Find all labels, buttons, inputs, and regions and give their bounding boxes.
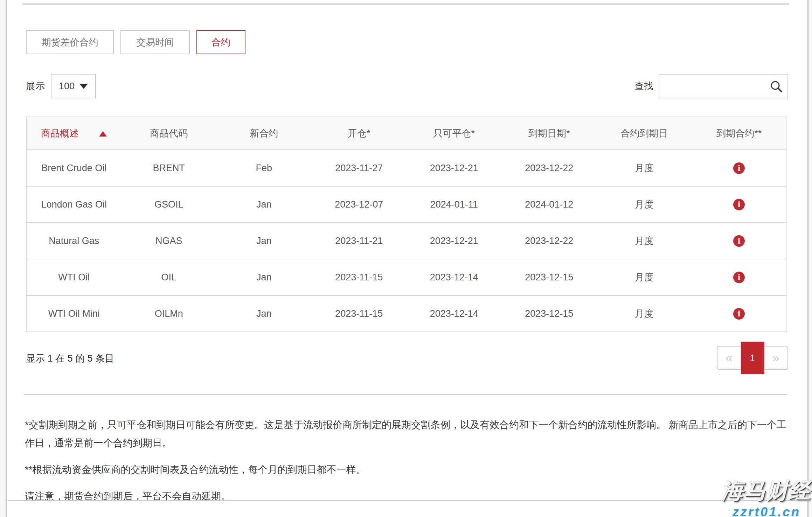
header-symbol[interactable]: 商品代码 bbox=[122, 117, 217, 150]
footnote-liquidity: **根据流动资金供应商的交割时间表及合约流动性，每个月的到期日都不一样。 bbox=[25, 461, 788, 479]
contracts-page: 期货差价合约 交易时间 合约 展示 100 查找 商品概述 商品代码 新合约 开… bbox=[0, 0, 812, 517]
chevron-down-icon bbox=[79, 84, 88, 89]
cell-close-only-date: 2023-12-14 bbox=[407, 295, 502, 332]
table-body: Brent Crude Oil BRENT Feb 2023-11-27 202… bbox=[26, 150, 787, 332]
table-row: Brent Crude Oil BRENT Feb 2023-11-27 202… bbox=[26, 150, 787, 186]
table-header-row: 商品概述 商品代码 新合约 开仓* 只可平仓* 到期日期* 合约到期日 到期合约… bbox=[26, 117, 787, 150]
tab-contracts[interactable]: 合约 bbox=[196, 30, 245, 54]
info-icon[interactable]: i bbox=[733, 235, 745, 247]
cell-open-date: 2023-12-07 bbox=[312, 186, 407, 223]
footnotes: *交割期到期之前，只可平仓和到期日可能会有所变更。这是基于流动报价商所制定的展期… bbox=[25, 416, 788, 505]
left-page-edge bbox=[0, 0, 7, 517]
show-label: 展示 bbox=[26, 74, 45, 98]
cell-open-date: 2023-11-15 bbox=[312, 259, 407, 295]
contracts-table: 商品概述 商品代码 新合约 开仓* 只可平仓* 到期日期* 合约到期日 到期合约… bbox=[26, 117, 787, 332]
sort-asc-icon bbox=[99, 131, 107, 137]
pagination: « 1 » bbox=[717, 346, 788, 370]
cell-commodity: Brent Crude Oil bbox=[26, 150, 122, 186]
search-label: 查找 bbox=[634, 74, 653, 98]
cell-commodity: London Gas Oil bbox=[26, 186, 122, 223]
watermark-brand: 海马财经 bbox=[722, 476, 811, 505]
cell-contract-expiry: 月度 bbox=[597, 259, 692, 295]
cell-close-only-date: 2023-12-21 bbox=[407, 223, 502, 259]
cell-symbol: NGAS bbox=[122, 223, 217, 259]
header-open[interactable]: 开仓* bbox=[312, 117, 407, 150]
cell-new-contract: Jan bbox=[216, 186, 312, 223]
info-icon[interactable]: i bbox=[733, 308, 745, 320]
header-commodity[interactable]: 商品概述 bbox=[26, 117, 122, 150]
cell-contract-expiry: 月度 bbox=[597, 150, 692, 186]
cell-expiry-date: 2024-01-12 bbox=[502, 186, 597, 223]
footnote-delivery: *交割期到期之前，只可平仓和到期日可能会有所变更。这是基于流动报价商所制定的展期… bbox=[25, 416, 788, 452]
cell-close-only-date: 2024-01-11 bbox=[407, 186, 502, 223]
cell-contract-expiry: 月度 bbox=[597, 295, 692, 332]
tab-futures-cfd[interactable]: 期货差价合约 bbox=[26, 30, 114, 54]
cell-info: i bbox=[692, 223, 787, 259]
cell-new-contract: Jan bbox=[216, 223, 312, 259]
right-page-edge bbox=[807, 0, 812, 517]
top-divider bbox=[22, 4, 789, 5]
table-row: WTI Oil OIL Jan 2023-11-15 2023-12-14 20… bbox=[26, 259, 787, 295]
cell-info: i bbox=[692, 295, 787, 332]
cell-symbol: OILMn bbox=[122, 295, 217, 332]
page-size-value: 100 bbox=[59, 81, 75, 92]
cell-close-only-date: 2023-12-21 bbox=[407, 150, 502, 186]
header-expired-contract[interactable]: 到期合约** bbox=[692, 117, 787, 150]
info-icon[interactable]: i bbox=[733, 199, 745, 210]
table-row: London Gas Oil GSOIL Jan 2023-12-07 2024… bbox=[26, 186, 787, 223]
next-page-button[interactable]: » bbox=[764, 347, 788, 369]
cell-contract-expiry: 月度 bbox=[597, 223, 692, 259]
cell-expiry-date: 2023-12-22 bbox=[502, 223, 597, 259]
tab-trading-hours[interactable]: 交易时间 bbox=[120, 30, 190, 54]
bottom-divider bbox=[8, 500, 806, 501]
cell-commodity: WTI Oil bbox=[26, 259, 122, 295]
cell-new-contract: Jan bbox=[216, 259, 312, 295]
cell-expiry-date: 2023-12-22 bbox=[502, 150, 597, 186]
watermark: 海马财经 zzrt01.cn bbox=[722, 476, 811, 517]
cell-new-contract: Jan bbox=[216, 295, 312, 332]
tab-bar: 期货差价合约 交易时间 合约 bbox=[26, 30, 245, 54]
cell-close-only-date: 2023-12-14 bbox=[407, 259, 502, 295]
cell-symbol: OIL bbox=[122, 259, 217, 295]
search-box bbox=[659, 74, 788, 98]
prev-page-button[interactable]: « bbox=[717, 347, 741, 369]
search-input[interactable] bbox=[659, 75, 787, 98]
cell-expiry-date: 2023-12-15 bbox=[502, 295, 597, 332]
info-icon[interactable]: i bbox=[733, 162, 745, 174]
header-contract-expiry[interactable]: 合约到期日 bbox=[597, 117, 692, 150]
cell-info: i bbox=[692, 259, 787, 295]
cell-info: i bbox=[692, 150, 787, 186]
header-commodity-label: 商品概述 bbox=[41, 128, 79, 139]
info-icon[interactable]: i bbox=[733, 272, 745, 283]
search-icon[interactable] bbox=[769, 79, 783, 93]
cell-new-contract: Feb bbox=[216, 150, 312, 186]
footnote-divider bbox=[24, 394, 787, 395]
watermark-site: zzrt01.cn bbox=[722, 505, 811, 517]
cell-open-date: 2023-11-21 bbox=[312, 223, 407, 259]
cell-open-date: 2023-11-15 bbox=[312, 295, 407, 332]
cell-commodity: WTI Oil Mini bbox=[26, 295, 122, 332]
header-new-contract[interactable]: 新合约 bbox=[216, 117, 312, 150]
table-row: WTI Oil Mini OILMn Jan 2023-11-15 2023-1… bbox=[26, 295, 787, 332]
current-page-number: 1 bbox=[741, 342, 764, 374]
results-summary: 显示 1 在 5 的 5 条目 bbox=[26, 352, 114, 365]
header-expiry-date[interactable]: 到期日期* bbox=[502, 117, 597, 150]
cell-contract-expiry: 月度 bbox=[597, 186, 692, 223]
footnote-notice: 请注意，期货合约到期后，平台不会自动延期。 bbox=[25, 487, 788, 505]
cell-commodity: Natural Gas bbox=[26, 223, 122, 259]
current-page-button[interactable]: 1 bbox=[741, 347, 764, 369]
cell-info: i bbox=[692, 186, 787, 223]
table-row: Natural Gas NGAS Jan 2023-11-21 2023-12-… bbox=[26, 223, 787, 259]
cell-open-date: 2023-11-27 bbox=[312, 150, 407, 186]
cell-symbol: GSOIL bbox=[122, 186, 217, 223]
cell-symbol: BRENT bbox=[122, 150, 217, 186]
page-size-dropdown[interactable]: 100 bbox=[51, 74, 96, 98]
cell-expiry-date: 2023-12-15 bbox=[502, 259, 597, 295]
header-close-only[interactable]: 只可平仓* bbox=[407, 117, 502, 150]
